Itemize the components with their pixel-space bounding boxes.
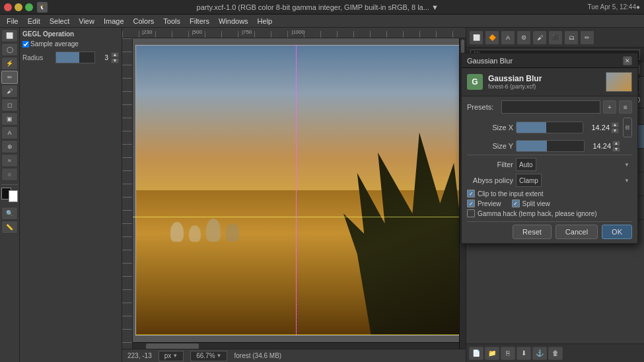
menu-file[interactable]: File xyxy=(3,17,22,26)
gb-plugin-sub: forest-6 (party.xcf) xyxy=(488,83,542,90)
tool-dodge[interactable]: ○ xyxy=(1,168,18,181)
panel-icon-5[interactable]: 🖌 xyxy=(532,30,547,45)
menu-view[interactable]: View xyxy=(75,17,98,26)
gb-presets-input[interactable] xyxy=(501,100,600,114)
gb-gamma-label: Gamma hack (temp hack, please ignore) xyxy=(478,210,597,217)
panel-icon-8[interactable]: ✏ xyxy=(580,30,594,45)
tool-eraser[interactable]: ◻ xyxy=(1,98,18,112)
menu-edit[interactable]: Edit xyxy=(24,17,44,26)
gb-presets-menu-btn[interactable]: ≡ xyxy=(619,100,632,114)
panel-icon-7[interactable]: 🗂 xyxy=(564,30,579,45)
menu-help[interactable]: Help xyxy=(254,17,277,26)
close-window-btn[interactable] xyxy=(4,3,12,11)
gb-size-x-row: Size X 14.24 ▲ ▼ ⛓ xyxy=(467,118,632,137)
gb-gamma-checkbox[interactable] xyxy=(467,209,475,217)
new-layer-btn[interactable]: 📄 xyxy=(469,347,483,360)
gb-size-y-down[interactable]: ▼ xyxy=(612,147,620,152)
gb-size-y-up[interactable]: ▲ xyxy=(612,141,620,146)
gb-split-checkbox[interactable]: ✓ xyxy=(512,199,520,207)
canvas-hscrollbar[interactable] xyxy=(133,342,459,349)
ruler-labels: |230 |500 |750 |1000 xyxy=(122,29,466,35)
background-color[interactable] xyxy=(9,190,18,202)
gaussian-blur-dialog: Gaussian Blur ✕ G Gaussian Blur forest-6… xyxy=(461,53,638,244)
minimize-window-btn[interactable] xyxy=(15,3,22,11)
anchor-layer-btn[interactable]: ⚓ xyxy=(532,347,547,360)
panel-icon-3[interactable]: A xyxy=(501,30,515,45)
zoom-select[interactable]: 66.7% ▼ xyxy=(190,351,227,361)
gb-cancel-btn[interactable]: Cancel xyxy=(555,225,598,239)
menu-select[interactable]: Select xyxy=(46,17,74,26)
gb-abyss-select[interactable]: Clamp None Loop xyxy=(516,174,542,187)
tool-clone[interactable]: ⊕ xyxy=(1,140,18,153)
layers-bottom-toolbar: 📄 📁 ⎘ ⬇ ⚓ 🗑 xyxy=(466,344,644,362)
tool-fill[interactable]: ▣ xyxy=(1,112,18,126)
panel-icon-4[interactable]: ⚙ xyxy=(517,30,531,45)
gb-presets-label: Presets: xyxy=(467,103,499,111)
tool-paint[interactable]: 🖌 xyxy=(1,85,18,98)
canvas-viewport[interactable] xyxy=(122,38,466,349)
sample-average-checkbox[interactable] xyxy=(22,41,29,48)
radius-value: 3 xyxy=(98,54,108,61)
cursor-coords: 223, -13 xyxy=(127,352,152,359)
menu-filters[interactable]: Filters xyxy=(186,17,213,26)
gb-ok-btn[interactable]: OK xyxy=(602,225,632,239)
gb-plugin-name: Gaussian Blur xyxy=(488,74,542,83)
gb-close-btn[interactable]: ✕ xyxy=(623,56,632,65)
window-controls[interactable] xyxy=(4,3,33,11)
gb-clip-checkbox[interactable]: ✓ xyxy=(467,190,475,198)
gb-size-x-up[interactable]: ▲ xyxy=(611,122,619,127)
new-group-btn[interactable]: 📁 xyxy=(485,347,499,360)
tool-smudge[interactable]: ≈ xyxy=(1,154,18,167)
panel-icon-row: ⬜ 🔶 A ⚙ 🖌 ⬛ 🗂 ✏ xyxy=(466,28,644,48)
merge-down-btn[interactable]: ⬇ xyxy=(517,347,531,360)
window-title: party.xcf-1.0 (RGB color 8-bit gamma int… xyxy=(52,3,583,11)
gb-chain-link[interactable]: ⛓ xyxy=(623,118,632,137)
gb-size-x-slider[interactable] xyxy=(516,122,583,133)
tool-free-select[interactable]: ⚡ xyxy=(1,57,18,70)
tool-ellipse-select[interactable]: ◯ xyxy=(1,43,18,56)
maximize-window-btn[interactable] xyxy=(25,3,33,11)
gb-size-y-slider[interactable] xyxy=(516,140,585,152)
gb-preview-label: Preview xyxy=(478,200,501,207)
tool-pencil[interactable]: ✏ xyxy=(1,71,18,84)
panel-icon-6[interactable]: ⬛ xyxy=(548,30,563,45)
gb-reset-btn[interactable]: Reset xyxy=(513,225,552,239)
menu-tools[interactable]: Tools xyxy=(159,17,184,26)
menu-image[interactable]: Image xyxy=(100,17,128,26)
canvas-area: |230 |500 |750 |1000 xyxy=(122,28,466,362)
gb-gamma-row: Gamma hack (temp hack, please ignore) xyxy=(467,209,632,217)
gb-size-x-label: Size X xyxy=(467,124,513,131)
tool-rect-select[interactable]: ⬜ xyxy=(1,29,18,42)
tool-measure[interactable]: 📏 xyxy=(1,221,18,234)
left-toolbar: ⬜ ◯ ⚡ ✏ 🖌 ◻ ▣ A ⊕ ≈ ○ xyxy=(0,28,20,362)
ruler-vertical xyxy=(122,38,133,349)
panel-icon-1[interactable]: ⬜ xyxy=(469,30,483,45)
gb-preview-checkbox[interactable]: ✓ xyxy=(467,199,475,207)
gb-clip-label: Clip to the input extent xyxy=(478,190,544,198)
gb-presets-row: Presets: + ≡ xyxy=(467,100,632,114)
gb-size-y-value: 14.24 xyxy=(586,142,611,150)
ruler-horizontal: |230 |500 |750 |1000 xyxy=(122,28,466,38)
tool-text[interactable]: A xyxy=(1,126,18,139)
unit-select[interactable]: px ▼ xyxy=(159,351,184,361)
gb-header: G Gaussian Blur forest-6 (party.xcf) xyxy=(462,68,637,96)
delete-layer-btn[interactable]: 🗑 xyxy=(548,347,563,360)
menu-windows[interactable]: Windows xyxy=(215,17,252,26)
radius-label: Radius xyxy=(22,54,53,61)
panel-icon-2[interactable]: 🔶 xyxy=(485,30,499,45)
radius-down-btn[interactable]: ▼ xyxy=(111,58,119,63)
menubar: File Edit Select View Image Colors Tools… xyxy=(0,15,644,28)
duplicate-layer-btn[interactable]: ⎘ xyxy=(501,347,515,360)
gb-body: Presets: + ≡ Size X 14.24 ▲ ▼ ⛓ Size Y xyxy=(462,96,637,243)
tool-zoom[interactable]: 🔍 xyxy=(1,207,18,220)
gb-size-x-down[interactable]: ▼ xyxy=(611,128,619,133)
menu-colors[interactable]: Colors xyxy=(129,17,159,26)
radius-up-btn[interactable]: ▲ xyxy=(111,52,119,57)
gb-titlebar: Gaussian Blur ✕ xyxy=(462,54,637,68)
gb-abyss-row: Abyss policy Clamp None Loop xyxy=(467,174,632,187)
app-icon: 🐧 xyxy=(37,2,48,13)
gb-presets-add-btn[interactable]: + xyxy=(603,100,616,114)
gb-filter-select[interactable]: Auto IIR RLE xyxy=(516,158,536,171)
gb-preview-thumbnail xyxy=(606,72,632,92)
layer-info: forest (34.6 MB) xyxy=(234,352,281,359)
